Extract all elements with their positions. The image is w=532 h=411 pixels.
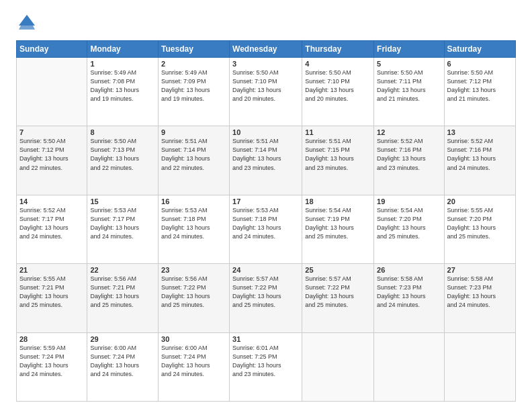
- day-cell: 24Sunrise: 5:57 AMSunset: 7:22 PMDayligh…: [230, 264, 302, 332]
- day-cell: 18Sunrise: 5:54 AMSunset: 7:19 PMDayligh…: [302, 195, 374, 263]
- day-number: 8: [90, 128, 155, 136]
- day-cell: 27Sunrise: 5:58 AMSunset: 7:23 PMDayligh…: [444, 264, 515, 332]
- day-cell: 23Sunrise: 5:56 AMSunset: 7:22 PMDayligh…: [159, 264, 230, 332]
- day-info: Sunrise: 5:51 AMSunset: 7:14 PMDaylight:…: [232, 137, 299, 172]
- day-cell: 14Sunrise: 5:52 AMSunset: 7:17 PMDayligh…: [17, 195, 87, 263]
- logo-icon: [16, 12, 38, 34]
- day-cell: 28Sunrise: 5:59 AMSunset: 7:24 PMDayligh…: [17, 332, 87, 401]
- day-cell: 19Sunrise: 5:54 AMSunset: 7:20 PMDayligh…: [374, 195, 444, 263]
- day-cell: 1Sunrise: 5:49 AMSunset: 7:08 PMDaylight…: [87, 58, 159, 126]
- day-number: 18: [305, 197, 371, 205]
- day-info: Sunrise: 5:49 AMSunset: 7:08 PMDaylight:…: [90, 68, 155, 103]
- weekday-header-monday: Monday: [87, 41, 159, 58]
- day-number: 20: [447, 197, 513, 205]
- logo: [16, 12, 40, 34]
- day-number: 17: [232, 197, 299, 205]
- day-number: 26: [377, 266, 441, 274]
- day-info: Sunrise: 5:50 AMSunset: 7:12 PMDaylight:…: [447, 68, 513, 103]
- day-info: Sunrise: 5:50 AMSunset: 7:12 PMDaylight:…: [19, 137, 84, 172]
- day-cell: 22Sunrise: 5:56 AMSunset: 7:21 PMDayligh…: [87, 264, 159, 332]
- week-row-1: 1Sunrise: 5:49 AMSunset: 7:08 PMDaylight…: [17, 58, 516, 126]
- day-info: Sunrise: 5:58 AMSunset: 7:23 PMDaylight:…: [447, 275, 513, 310]
- day-info: Sunrise: 5:50 AMSunset: 7:10 PMDaylight:…: [305, 68, 371, 103]
- day-cell: 5Sunrise: 5:50 AMSunset: 7:11 PMDaylight…: [374, 58, 444, 126]
- day-number: 3: [232, 60, 299, 68]
- week-row-4: 21Sunrise: 5:55 AMSunset: 7:21 PMDayligh…: [17, 264, 516, 332]
- day-info: Sunrise: 5:53 AMSunset: 7:17 PMDaylight:…: [90, 206, 155, 241]
- day-info: Sunrise: 5:59 AMSunset: 7:24 PMDaylight:…: [19, 344, 84, 379]
- day-info: Sunrise: 5:50 AMSunset: 7:10 PMDaylight:…: [232, 68, 299, 103]
- day-cell: 29Sunrise: 6:00 AMSunset: 7:24 PMDayligh…: [87, 332, 159, 401]
- day-number: 28: [19, 335, 84, 343]
- day-cell: 12Sunrise: 5:52 AMSunset: 7:16 PMDayligh…: [374, 126, 444, 195]
- day-number: 22: [90, 266, 155, 274]
- day-info: Sunrise: 5:54 AMSunset: 7:19 PMDaylight:…: [305, 206, 371, 241]
- weekday-header-friday: Friday: [374, 41, 444, 58]
- page: SundayMondayTuesdayWednesdayThursdayFrid…: [0, 0, 532, 411]
- day-info: Sunrise: 5:52 AMSunset: 7:16 PMDaylight:…: [377, 137, 441, 172]
- day-number: 25: [305, 266, 371, 274]
- day-number: 19: [377, 197, 441, 205]
- day-info: Sunrise: 5:50 AMSunset: 7:13 PMDaylight:…: [90, 137, 155, 172]
- day-number: 15: [90, 197, 155, 205]
- calendar-table: SundayMondayTuesdayWednesdayThursdayFrid…: [16, 40, 516, 402]
- day-cell: 25Sunrise: 5:57 AMSunset: 7:22 PMDayligh…: [302, 264, 374, 332]
- weekday-header-wednesday: Wednesday: [230, 41, 302, 58]
- day-number: 27: [447, 266, 513, 274]
- day-cell: 15Sunrise: 5:53 AMSunset: 7:17 PMDayligh…: [87, 195, 159, 263]
- day-number: 24: [232, 266, 299, 274]
- day-info: Sunrise: 5:57 AMSunset: 7:22 PMDaylight:…: [305, 275, 371, 310]
- day-info: Sunrise: 5:55 AMSunset: 7:21 PMDaylight:…: [19, 275, 84, 310]
- weekday-header-row: SundayMondayTuesdayWednesdayThursdayFrid…: [17, 41, 516, 58]
- day-number: 5: [377, 60, 441, 68]
- day-number: 30: [161, 335, 226, 343]
- weekday-header-saturday: Saturday: [444, 41, 515, 58]
- day-number: 21: [19, 266, 84, 274]
- day-cell: 11Sunrise: 5:51 AMSunset: 7:15 PMDayligh…: [302, 126, 374, 195]
- day-info: Sunrise: 6:00 AMSunset: 7:24 PMDaylight:…: [161, 344, 226, 379]
- day-cell: 31Sunrise: 6:01 AMSunset: 7:25 PMDayligh…: [230, 332, 302, 401]
- day-cell: 4Sunrise: 5:50 AMSunset: 7:10 PMDaylight…: [302, 58, 374, 126]
- week-row-2: 7Sunrise: 5:50 AMSunset: 7:12 PMDaylight…: [17, 126, 516, 195]
- day-info: Sunrise: 5:54 AMSunset: 7:20 PMDaylight:…: [377, 206, 441, 241]
- day-cell: 26Sunrise: 5:58 AMSunset: 7:23 PMDayligh…: [374, 264, 444, 332]
- day-info: Sunrise: 5:49 AMSunset: 7:09 PMDaylight:…: [161, 68, 226, 103]
- day-number: 29: [90, 335, 155, 343]
- day-cell: 3Sunrise: 5:50 AMSunset: 7:10 PMDaylight…: [230, 58, 302, 126]
- day-number: 16: [161, 197, 226, 205]
- day-number: 10: [232, 128, 299, 136]
- weekday-header-thursday: Thursday: [302, 41, 374, 58]
- day-cell: 30Sunrise: 6:00 AMSunset: 7:24 PMDayligh…: [159, 332, 230, 401]
- day-number: 2: [161, 60, 226, 68]
- day-cell: 20Sunrise: 5:55 AMSunset: 7:20 PMDayligh…: [444, 195, 515, 263]
- day-info: Sunrise: 6:00 AMSunset: 7:24 PMDaylight:…: [90, 344, 155, 379]
- day-cell: 21Sunrise: 5:55 AMSunset: 7:21 PMDayligh…: [17, 264, 87, 332]
- day-number: 14: [19, 197, 84, 205]
- header: [16, 12, 516, 34]
- day-info: Sunrise: 5:51 AMSunset: 7:15 PMDaylight:…: [305, 137, 371, 172]
- day-number: 9: [161, 128, 226, 136]
- day-cell: [374, 332, 444, 401]
- day-info: Sunrise: 5:51 AMSunset: 7:14 PMDaylight:…: [161, 137, 226, 172]
- day-info: Sunrise: 5:52 AMSunset: 7:16 PMDaylight:…: [447, 137, 513, 172]
- day-cell: 10Sunrise: 5:51 AMSunset: 7:14 PMDayligh…: [230, 126, 302, 195]
- day-number: 13: [447, 128, 513, 136]
- week-row-3: 14Sunrise: 5:52 AMSunset: 7:17 PMDayligh…: [17, 195, 516, 263]
- day-info: Sunrise: 5:56 AMSunset: 7:21 PMDaylight:…: [90, 275, 155, 310]
- day-info: Sunrise: 6:01 AMSunset: 7:25 PMDaylight:…: [232, 344, 299, 379]
- day-cell: [302, 332, 374, 401]
- day-info: Sunrise: 5:55 AMSunset: 7:20 PMDaylight:…: [447, 206, 513, 241]
- day-info: Sunrise: 5:53 AMSunset: 7:18 PMDaylight:…: [232, 206, 299, 241]
- day-number: 12: [377, 128, 441, 136]
- day-number: 7: [19, 128, 84, 136]
- day-cell: 16Sunrise: 5:53 AMSunset: 7:18 PMDayligh…: [159, 195, 230, 263]
- day-cell: 8Sunrise: 5:50 AMSunset: 7:13 PMDaylight…: [87, 126, 159, 195]
- day-cell: [17, 58, 87, 126]
- day-number: 1: [90, 60, 155, 68]
- week-row-5: 28Sunrise: 5:59 AMSunset: 7:24 PMDayligh…: [17, 332, 516, 401]
- day-cell: 6Sunrise: 5:50 AMSunset: 7:12 PMDaylight…: [444, 58, 515, 126]
- weekday-header-tuesday: Tuesday: [159, 41, 230, 58]
- day-cell: 13Sunrise: 5:52 AMSunset: 7:16 PMDayligh…: [444, 126, 515, 195]
- day-info: Sunrise: 5:57 AMSunset: 7:22 PMDaylight:…: [232, 275, 299, 310]
- day-number: 4: [305, 60, 371, 68]
